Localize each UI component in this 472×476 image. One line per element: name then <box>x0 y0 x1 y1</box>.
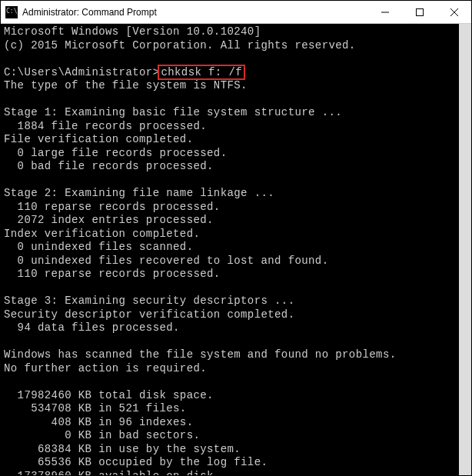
terminal-line: 0 KB in bad sectors. <box>4 429 456 443</box>
highlighted-command: chkdsk f: /f <box>158 65 245 80</box>
terminal-line: 1884 file records processed. <box>4 120 456 134</box>
terminal-line: 110 reparse records processed. <box>4 268 456 281</box>
terminal-line: The type of the file system is NTFS. <box>4 79 456 93</box>
terminal-line: File verification completed. <box>4 133 456 147</box>
terminal-line: (c) 2015 Microsoft Corporation. All righ… <box>4 39 456 53</box>
terminal-line: 0 large file records processed. <box>4 147 456 161</box>
command-prompt-window: Administrator: Command Prompt Microsoft … <box>0 0 472 476</box>
svg-rect-1 <box>416 8 423 15</box>
terminal-line <box>4 335 456 349</box>
terminal-line: 110 reparse records processed. <box>4 201 456 215</box>
cmd-icon <box>5 6 18 18</box>
terminal-line: Microsoft Windows [Version 10.0.10240] <box>4 25 456 39</box>
terminal-line: 2072 index entries processed. <box>4 214 456 228</box>
terminal-line: 0 unindexed files recovered to lost and … <box>4 255 456 268</box>
vertical-scrollbar[interactable] <box>459 24 471 475</box>
titlebar[interactable]: Administrator: Command Prompt <box>1 1 471 24</box>
terminal-line: 408 KB in 96 indexes. <box>4 416 456 430</box>
terminal-line: Stage 3: Examining security descriptors … <box>4 295 456 308</box>
terminal-line: Security descriptor verification complet… <box>4 308 456 322</box>
terminal-line: Stage 2: Examining file name linkage ... <box>4 187 456 201</box>
window-title: Administrator: Command Prompt <box>22 7 367 18</box>
terminal-line: 0 bad file records processed. <box>4 160 456 174</box>
terminal-line: Index verification completed. <box>4 228 456 241</box>
terminal-line <box>4 375 456 389</box>
terminal-line: 65536 KB occupied by the log file. <box>4 456 456 470</box>
terminal-output[interactable]: Microsoft Windows [Version 10.0.10240](c… <box>1 24 459 475</box>
close-button[interactable] <box>437 1 471 23</box>
terminal-line: 94 data files processed. <box>4 321 456 335</box>
terminal-line: 17982460 KB total disk space. <box>4 389 456 403</box>
terminal-line <box>4 93 456 107</box>
terminal-line: 17378960 KB available on disk. <box>4 470 456 476</box>
prompt-prefix: C:\Users\Administrator> <box>4 66 159 78</box>
terminal-line <box>4 174 456 188</box>
terminal-line <box>4 52 456 66</box>
prompt-line: C:\Users\Administrator>chkdsk f: /f <box>4 66 456 80</box>
terminal-line: 68384 KB in use by the system. <box>4 443 456 457</box>
terminal-line: Windows has scanned the file system and … <box>4 348 456 362</box>
terminal-line: 0 unindexed files scanned. <box>4 241 456 255</box>
minimize-button[interactable] <box>367 1 402 23</box>
terminal-line: Stage 1: Examining basic file system str… <box>4 106 456 120</box>
terminal-line <box>4 281 456 295</box>
terminal-line: No further action is required. <box>4 362 456 376</box>
terminal-line: 534708 KB in 521 files. <box>4 402 456 416</box>
maximize-button[interactable] <box>402 1 437 23</box>
